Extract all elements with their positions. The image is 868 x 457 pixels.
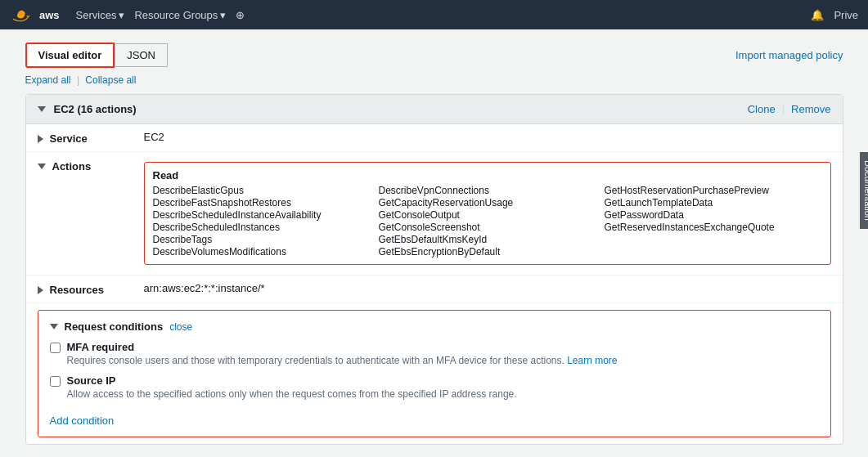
visual-editor-tab[interactable]: Visual editor bbox=[25, 43, 115, 68]
service-value: EC2 bbox=[144, 131, 831, 143]
bell-icon[interactable]: 🔔 bbox=[811, 9, 824, 21]
action-item: GetHostReservationPurchasePreview bbox=[605, 185, 822, 196]
clone-link[interactable]: Clone bbox=[748, 103, 776, 115]
action-item: GetConsoleScreenshot bbox=[379, 222, 596, 233]
mfa-label: MFA required bbox=[67, 341, 135, 353]
service-expand-icon bbox=[38, 135, 43, 143]
collapse-arrow-icon bbox=[38, 106, 46, 112]
resource-groups-menu[interactable]: Resource Groups ▾ bbox=[134, 9, 226, 21]
ec2-section-header: EC2 (16 actions) Clone | Remove bbox=[26, 95, 843, 124]
documentation-tab[interactable]: Documentation bbox=[860, 152, 868, 229]
mfa-condition: MFA required Requires console users and … bbox=[50, 341, 819, 366]
actions-block: Read DescribeElasticGpus DescribeVpnConn… bbox=[144, 162, 831, 265]
resources-expand-icon bbox=[38, 286, 43, 294]
mfa-description: Requires console users and those with te… bbox=[67, 355, 819, 366]
service-label: Service bbox=[38, 131, 144, 145]
mfa-checkbox[interactable] bbox=[50, 343, 61, 353]
editor-tabs: Visual editor JSON Import managed policy bbox=[25, 43, 843, 68]
conditions-close-link[interactable]: close bbox=[169, 321, 192, 333]
action-item: DescribeScheduledInstances bbox=[153, 222, 371, 233]
action-item: GetCapacityReservationUsage bbox=[379, 197, 596, 208]
actions-expand-icon bbox=[38, 164, 46, 169]
conditions-header: Request conditions close bbox=[50, 320, 819, 333]
action-item: GetEbsDefaultKmsKeyId bbox=[379, 234, 596, 245]
action-item: GetPasswordData bbox=[605, 209, 822, 221]
actions-row: Actions Read DescribeElasticGpus Describ… bbox=[26, 152, 843, 276]
source-ip-condition: Source IP Allow access to the specified … bbox=[50, 374, 819, 400]
expand-all-link[interactable]: Expand all bbox=[25, 74, 71, 86]
conditions-label: Request conditions bbox=[50, 320, 164, 333]
action-item: DescribeVpnConnections bbox=[379, 185, 596, 196]
pin-icon[interactable]: ⊕ bbox=[236, 9, 245, 21]
main-content: Visual editor JSON Import managed policy… bbox=[9, 29, 860, 457]
actions-grid: DescribeElasticGpus DescribeVpnConnectio… bbox=[153, 185, 822, 258]
action-item: DescribeScheduledInstanceAvailability bbox=[153, 209, 371, 221]
source-ip-row: Source IP bbox=[50, 374, 819, 387]
ec2-section-body: Service EC2 Actions Read DescribeElastic… bbox=[26, 124, 843, 437]
remove-link[interactable]: Remove bbox=[791, 103, 830, 115]
add-condition-link[interactable]: Add condition bbox=[50, 414, 115, 427]
action-item: DescribeElasticGpus bbox=[153, 185, 371, 196]
source-ip-label: Source IP bbox=[67, 374, 116, 387]
aws-logo-text: aws bbox=[39, 9, 60, 21]
source-ip-checkbox[interactable] bbox=[50, 376, 61, 387]
service-row: Service EC2 bbox=[26, 124, 843, 152]
action-item: DescribeVolumesModifications bbox=[153, 246, 371, 258]
mfa-learn-more-link[interactable]: Learn more bbox=[567, 355, 617, 366]
resources-row: Resources arn:aws:ec2:*:*:instance/* bbox=[26, 276, 843, 303]
user-menu[interactable]: Prive bbox=[834, 9, 858, 21]
aws-logo: aws bbox=[10, 7, 60, 23]
collapse-all-link[interactable]: Collapse all bbox=[85, 74, 136, 86]
ec2-policy-section: EC2 (16 actions) Clone | Remove Service … bbox=[25, 94, 843, 445]
action-item: DescribeTags bbox=[153, 234, 371, 245]
top-navigation: aws Services ▾ Resource Groups ▾ ⊕ 🔔 Pri… bbox=[0, 0, 868, 29]
services-menu[interactable]: Services ▾ bbox=[76, 9, 125, 21]
conditions-expand-icon bbox=[50, 324, 58, 329]
action-item bbox=[605, 234, 822, 245]
action-item bbox=[605, 246, 822, 258]
action-item: DescribeFastSnapshotRestores bbox=[153, 197, 371, 208]
import-managed-policy-link[interactable]: Import managed policy bbox=[735, 49, 843, 61]
ec2-section-title: EC2 (16 actions) bbox=[38, 103, 137, 115]
resources-label: Resources bbox=[38, 282, 144, 296]
ec2-section-actions: Clone | Remove bbox=[748, 103, 831, 115]
action-item: GetLaunchTemplateData bbox=[605, 197, 822, 208]
actions-label: Actions bbox=[38, 159, 144, 172]
json-tab[interactable]: JSON bbox=[115, 43, 168, 67]
source-ip-description: Allow access to the specified actions on… bbox=[67, 388, 819, 400]
action-item: GetReservedInstancesExchangeQuote bbox=[605, 222, 822, 233]
action-item: GetEbsEncryptionByDefault bbox=[379, 246, 596, 258]
actions-type: Read bbox=[153, 169, 822, 181]
expand-collapse-controls: Expand all | Collapse all bbox=[25, 74, 843, 86]
action-item: GetConsoleOutput bbox=[379, 209, 596, 221]
mfa-row: MFA required bbox=[50, 341, 819, 353]
actions-content: Read DescribeElasticGpus DescribeVpnConn… bbox=[144, 159, 831, 268]
resources-value: arn:aws:ec2:*:*:instance/* bbox=[144, 282, 831, 294]
request-conditions-block: Request conditions close MFA required Re… bbox=[38, 310, 831, 437]
